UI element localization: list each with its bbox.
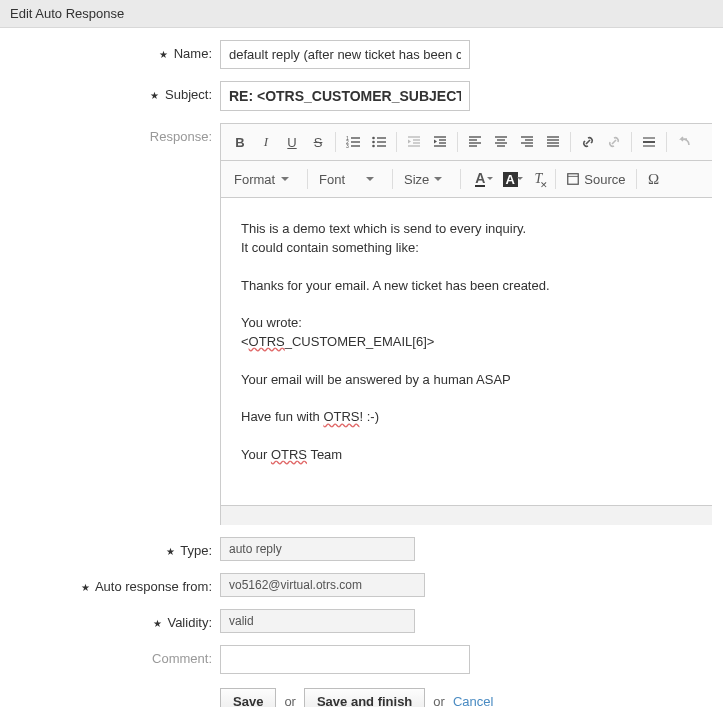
page-header: Edit Auto Response [0, 0, 723, 28]
svg-point-10 [372, 141, 375, 144]
or-text: or [284, 694, 296, 707]
svg-point-11 [372, 145, 375, 148]
save-button[interactable]: Save [220, 688, 276, 707]
cancel-link[interactable]: Cancel [453, 694, 493, 707]
editor-statusbar [221, 505, 712, 525]
body-line: <OTRS_CUSTOMER_EMAIL[6]> [241, 333, 692, 352]
link-button[interactable] [575, 130, 601, 154]
toolbar-separator [457, 132, 458, 152]
bold-button[interactable]: B [227, 130, 253, 154]
page-title: Edit Auto Response [10, 6, 124, 21]
svg-marker-21 [434, 140, 437, 144]
row-auto-response-from: ★ Auto response from: vo5162@virtual.otr… [0, 573, 723, 597]
text-color-button[interactable]: A [465, 167, 495, 191]
body-line: This is a demo text which is send to eve… [241, 220, 692, 239]
undo-button[interactable] [671, 130, 697, 154]
required-icon: ★ [81, 582, 90, 593]
form: ★ Name: ★ Subject: Response: B I U [0, 28, 723, 707]
row-validity: ★ Validity: valid [0, 609, 723, 633]
source-icon [566, 172, 580, 186]
format-combo[interactable]: Format [227, 168, 295, 191]
rich-text-editor: B I U S 123 [220, 123, 712, 525]
label-comment: Comment: [0, 645, 220, 666]
label-auto-response-from: ★ Auto response from: [0, 573, 220, 594]
strike-button[interactable]: S [305, 130, 331, 154]
body-line [241, 427, 692, 446]
row-response: Response: B I U S 123 [0, 123, 723, 525]
label-name: ★ Name: [0, 40, 220, 61]
body-line: It could contain something like: [241, 239, 692, 258]
unlink-button[interactable] [601, 130, 627, 154]
toolbar-separator [335, 132, 336, 152]
align-justify-button[interactable] [540, 130, 566, 154]
row-name: ★ Name: [0, 40, 723, 69]
save-and-finish-button[interactable]: Save and finish [304, 688, 425, 707]
toolbar-separator [555, 169, 556, 189]
label-type: ★ Type: [0, 537, 220, 558]
toolbar-separator [392, 169, 393, 189]
row-actions: Save or Save and finish or Cancel [0, 686, 723, 707]
font-combo[interactable]: Font [312, 168, 380, 191]
indent-button[interactable] [427, 130, 453, 154]
svg-rect-41 [568, 174, 579, 185]
toolbar-separator [636, 169, 637, 189]
row-type: ★ Type: auto reply [0, 537, 723, 561]
toolbar-separator [460, 169, 461, 189]
svg-marker-16 [408, 140, 411, 144]
size-combo[interactable]: Size [397, 168, 448, 191]
required-icon: ★ [150, 90, 159, 101]
body-line: You wrote: [241, 314, 692, 333]
unordered-list-button[interactable] [366, 130, 392, 154]
align-left-button[interactable] [462, 130, 488, 154]
toolbar-separator [307, 169, 308, 189]
align-right-button[interactable] [514, 130, 540, 154]
auto-response-from-select[interactable]: vo5162@virtual.otrs.com [220, 573, 425, 597]
body-line: Your email will be answered by a human A… [241, 371, 692, 390]
type-select[interactable]: auto reply [220, 537, 415, 561]
italic-button[interactable]: I [253, 130, 279, 154]
toolbar-separator [396, 132, 397, 152]
body-line [241, 352, 692, 371]
label-response: Response: [0, 123, 220, 144]
ordered-list-button[interactable]: 123 [340, 130, 366, 154]
toolbar-separator [570, 132, 571, 152]
name-input[interactable] [220, 40, 470, 69]
required-icon: ★ [166, 546, 175, 557]
special-char-button[interactable]: Ω [641, 167, 667, 191]
body-line: Your OTRS Team [241, 446, 692, 465]
body-line [241, 295, 692, 314]
editor-toolbar-2: Format Font Size A A T✕ [221, 161, 712, 198]
source-button[interactable]: Source [560, 172, 631, 187]
label-validity: ★ Validity: [0, 609, 220, 630]
body-line: Thanks for your email. A new ticket has … [241, 277, 692, 296]
body-line [241, 258, 692, 277]
svg-point-9 [372, 137, 375, 140]
required-icon: ★ [159, 49, 168, 60]
editor-content[interactable]: This is a demo text which is send to eve… [221, 198, 712, 505]
background-color-button[interactable]: A [495, 167, 525, 191]
svg-text:3: 3 [346, 143, 349, 149]
row-comment: Comment: [0, 645, 723, 674]
comment-input[interactable] [220, 645, 470, 674]
body-line: Have fun with OTRS! :-) [241, 408, 692, 427]
remove-format-button[interactable]: T✕ [525, 167, 551, 191]
validity-select[interactable]: valid [220, 609, 415, 633]
horizontal-rule-button[interactable] [636, 130, 662, 154]
required-icon: ★ [153, 618, 162, 629]
toolbar-separator [666, 132, 667, 152]
label-subject: ★ Subject: [0, 81, 220, 102]
underline-button[interactable]: U [279, 130, 305, 154]
align-center-button[interactable] [488, 130, 514, 154]
toolbar-separator [631, 132, 632, 152]
or-text: or [433, 694, 445, 707]
row-subject: ★ Subject: [0, 81, 723, 111]
subject-input[interactable] [220, 81, 470, 111]
body-line [241, 390, 692, 409]
editor-toolbar-1: B I U S 123 [221, 124, 712, 161]
outdent-button[interactable] [401, 130, 427, 154]
